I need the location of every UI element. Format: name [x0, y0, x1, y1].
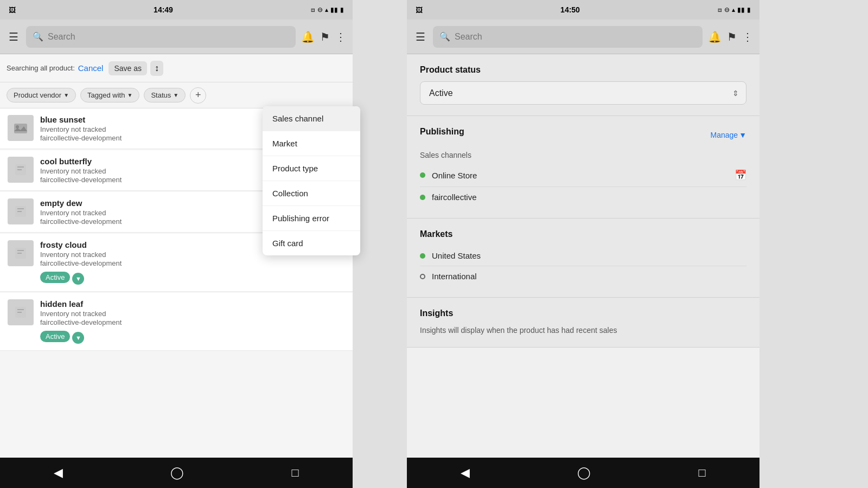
calendar-icon[interactable]: 📅	[735, 169, 746, 181]
recents-button-left[interactable]: □	[292, 466, 299, 480]
top-bar-right: ☰ 🔍 🔔 ⚑ ⋮	[407, 20, 760, 54]
product-status-title: Product status	[420, 65, 746, 75]
bell-icon-right[interactable]: 🔔	[708, 30, 722, 43]
chip-arrow-tagged: ▼	[127, 92, 132, 98]
publishing-section: Publishing Manage ▼ Sales channels Onlin…	[407, 116, 760, 219]
product-badge-hidden-leaf: Active ▼	[40, 331, 345, 344]
product-item-hidden-leaf[interactable]: hidden leaf Inventory not tracked fairco…	[0, 293, 353, 351]
product-name-hidden-leaf: hidden leaf	[40, 299, 345, 309]
chip-arrow-vendor: ▼	[63, 92, 69, 98]
international-market-name: International	[432, 272, 746, 281]
dropdown-item-sales-channel[interactable]: Sales channel	[263, 106, 360, 131]
manage-button[interactable]: Manage ▼	[711, 131, 746, 139]
manage-chevron-icon: ▼	[739, 131, 746, 139]
search-bar-right[interactable]: 🔍	[433, 26, 703, 48]
add-filter-button[interactable]: +	[190, 87, 206, 104]
status-left-icons-right: 🖼	[416, 6, 423, 14]
chip-label-status: Status	[151, 91, 171, 99]
time-right: 14:50	[560, 5, 580, 14]
battery-icon-right: ▮	[747, 6, 751, 14]
status-bar-left: 🖼 14:49 ⧈ ⊖ ▴ ▮▮ ▮	[0, 0, 353, 20]
status-select[interactable]: Active Draft Archived	[420, 81, 746, 105]
status-left-icons: 🖼	[9, 6, 16, 14]
flag-icon[interactable]: ⚑	[320, 30, 330, 43]
cancel-button[interactable]: Cancel	[78, 63, 104, 73]
top-bar-icons-right: 🔔 ⚑ ⋮	[708, 30, 753, 43]
markets-title: Markets	[420, 229, 746, 239]
product-thumb-frosty-cloud	[8, 240, 34, 266]
back-button-left[interactable]: ◀	[54, 466, 63, 480]
dropdown-item-gift-card[interactable]: Gift card	[263, 231, 360, 255]
sort-button[interactable]: ↕	[150, 61, 163, 76]
product-sub-hidden-leaf: Inventory not tracked	[40, 310, 345, 318]
product-info-hidden-leaf: hidden leaf Inventory not tracked fairco…	[40, 299, 345, 344]
search-label: Searching all product:	[7, 64, 75, 72]
chip-product-vendor[interactable]: Product vendor ▼	[7, 88, 76, 102]
publishing-header: Publishing Manage ▼	[420, 127, 746, 143]
online-store-name: Online Store	[432, 171, 728, 180]
nosignal-icon-right: ⊖	[724, 6, 730, 14]
dropdown-item-publishing-error[interactable]: Publishing error	[263, 206, 360, 231]
manage-label: Manage	[711, 131, 738, 139]
faircollective-name: faircollective	[432, 192, 746, 202]
chip-label-tagged: Tagged with	[87, 91, 125, 99]
chip-tagged-with[interactable]: Tagged with ▼	[80, 88, 139, 102]
hamburger-icon-right[interactable]: ☰	[413, 28, 427, 46]
channel-item-faircollective[interactable]: faircollective	[420, 187, 746, 207]
search-input-left[interactable]	[48, 32, 289, 42]
filter-bar: Searching all product: Cancel Save as ↕	[0, 54, 353, 82]
us-market-name: United States	[432, 251, 746, 260]
home-button-right[interactable]: ◯	[577, 466, 591, 480]
product-status-section: Product status Active Draft Archived	[407, 54, 760, 116]
product-vendor-hidden-leaf: faircollective-development	[40, 318, 345, 326]
wifi-icon: ▴	[325, 6, 328, 14]
grid-icon[interactable]: ⋮	[335, 30, 346, 43]
bell-icon[interactable]: 🔔	[301, 30, 315, 43]
product-thumb-blue-sunset	[8, 115, 34, 141]
chip-status[interactable]: Status ▼	[144, 88, 186, 102]
insights-text: Insights will display when the product h…	[420, 325, 746, 336]
flag-icon-right[interactable]: ⚑	[727, 30, 737, 43]
top-bar-icons-left: 🔔 ⚑ ⋮	[301, 30, 346, 43]
insights-title: Insights	[420, 309, 746, 318]
grid-icon-right[interactable]: ⋮	[742, 30, 753, 43]
channel-item-online-store[interactable]: Online Store 📅	[420, 164, 746, 187]
active-badge-frosty-cloud: Active	[40, 272, 70, 283]
search-input-right[interactable]	[455, 32, 696, 42]
top-bar-left: ☰ 🔍 🔔 ⚑ ⋮	[0, 20, 353, 54]
hamburger-icon[interactable]: ☰	[7, 28, 21, 46]
market-item-international[interactable]: International	[420, 266, 746, 286]
status-bar-right: 🖼 14:50 ⧈ ⊖ ▴ ▮▮ ▮	[407, 0, 760, 20]
product-thumb-cool-butterfly	[8, 157, 34, 183]
nosignal-icon: ⊖	[317, 6, 323, 14]
recents-button-right[interactable]: □	[699, 466, 706, 480]
bluetooth-icon-right: ⧈	[718, 6, 722, 14]
status-right-icons-right: ⧈ ⊖ ▴ ▮▮ ▮	[718, 6, 751, 14]
market-item-us[interactable]: United States	[420, 246, 746, 266]
left-phone: 🖼 14:49 ⧈ ⊖ ▴ ▮▮ ▮ ☰ 🔍 🔔 ⚑ ⋮ Searching a…	[0, 0, 353, 488]
online-store-dot	[420, 172, 425, 178]
search-bar-left[interactable]: 🔍	[26, 26, 296, 48]
us-dot	[420, 253, 425, 259]
filter-chips: Product vendor ▼ Tagged with ▼ Status ▼ …	[0, 82, 353, 108]
status-right-icons: ⧈ ⊖ ▴ ▮▮ ▮	[311, 6, 344, 14]
insights-section: Insights Insights will display when the …	[407, 298, 760, 348]
badge-arrow-frosty-cloud[interactable]: ▼	[72, 273, 84, 285]
image-icon: 🖼	[9, 6, 16, 14]
product-thumb-empty-dew	[8, 198, 34, 224]
product-thumb-hidden-leaf	[8, 299, 34, 325]
chip-label-vendor: Product vendor	[14, 91, 61, 99]
back-button-right[interactable]: ◀	[461, 466, 470, 480]
save-as-button[interactable]: Save as	[108, 61, 147, 75]
home-button-left[interactable]: ◯	[170, 466, 184, 480]
channels-label: Sales channels	[420, 151, 746, 159]
time-left: 14:49	[154, 5, 173, 14]
dropdown-item-market[interactable]: Market	[263, 131, 360, 156]
bluetooth-icon: ⧈	[311, 6, 315, 14]
markets-section: Markets United States International	[407, 219, 760, 298]
badge-arrow-hidden-leaf[interactable]: ▼	[72, 332, 84, 344]
dropdown-item-collection[interactable]: Collection	[263, 181, 360, 206]
dropdown-item-product-type[interactable]: Product type	[263, 156, 360, 181]
status-select-wrapper: Active Draft Archived	[420, 81, 746, 105]
chip-arrow-status: ▼	[173, 92, 178, 98]
